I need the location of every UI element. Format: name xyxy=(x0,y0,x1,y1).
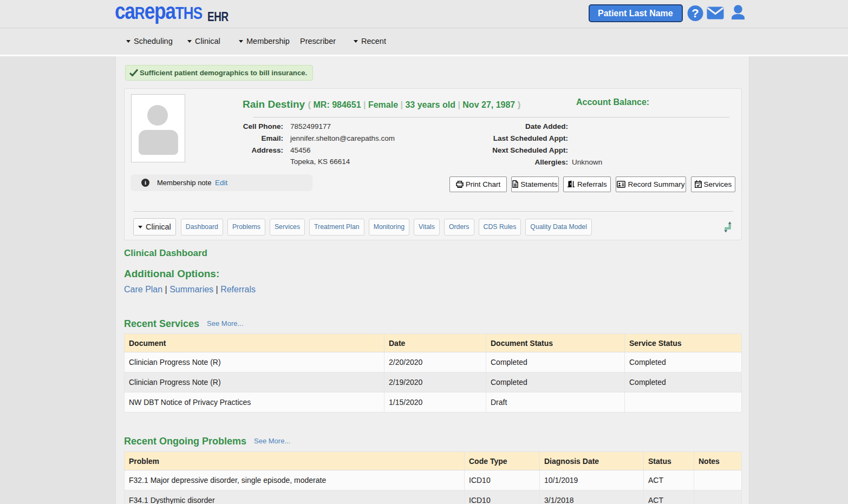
svg-text:?: ? xyxy=(692,6,699,20)
